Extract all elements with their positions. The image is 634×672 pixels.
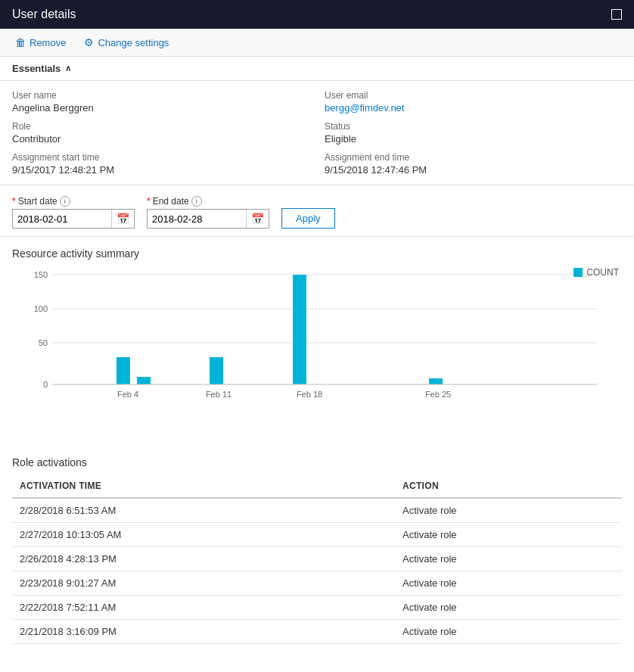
end-date-required: * (147, 196, 151, 207)
svg-text:0: 0 (43, 380, 48, 389)
svg-text:Feb 4: Feb 4 (117, 390, 138, 399)
assign-start-label: Assignment start time (12, 152, 309, 163)
assign-end-label: Assignment end time (325, 152, 622, 163)
table-row: 2/26/2018 4:28:13 PM Activate role (12, 547, 622, 571)
remove-label: Remove (30, 37, 66, 48)
col-activation-time: ACTIVATION TIME (12, 474, 395, 498)
cell-activation-time: 2/27/2018 10:13:05 AM (12, 523, 395, 547)
remove-icon: 🗑 (15, 36, 26, 48)
status-value: Eligible (325, 133, 622, 145)
cell-action: Activate role (395, 547, 622, 571)
cell-activation-time: 2/23/2018 9:01:27 AM (12, 571, 395, 596)
cell-activation-time: 2/28/2018 6:51:53 AM (12, 498, 395, 523)
cell-action: Activate role (395, 498, 622, 523)
bar-feb11 (210, 357, 223, 384)
toolbar: 🗑 Remove ⚙ Change settings (0, 29, 634, 57)
cell-activation-time: 2/21/2018 3:16:09 PM (12, 620, 395, 644)
cell-action: Activate role (395, 523, 622, 547)
essentials-grid: User name Angelina Berggren User email b… (0, 81, 634, 185)
svg-text:100: 100 (34, 304, 48, 313)
svg-text:50: 50 (39, 338, 48, 347)
title-bar: User details (0, 0, 634, 29)
status-field: Status Eligible (325, 121, 622, 145)
role-activations-table: ACTIVATION TIME ACTION 2/28/2018 6:51:53… (12, 474, 622, 644)
table-row: 2/28/2018 6:51:53 AM Activate role (12, 498, 622, 523)
chart-container: COUNT 150 100 50 0 (12, 267, 622, 441)
end-date-field: * End date i 📅 (147, 196, 269, 229)
essentials-label: Essentials (12, 63, 61, 74)
role-value: Contributor (12, 133, 309, 145)
date-filter-row: * Start date i 📅 * End date i 📅 Apply (0, 185, 634, 237)
start-date-info-icon[interactable]: i (60, 196, 70, 207)
svg-text:Feb 11: Feb 11 (206, 390, 232, 399)
apply-button[interactable]: Apply (281, 208, 335, 229)
change-settings-button[interactable]: ⚙ Change settings (81, 35, 172, 50)
end-date-input[interactable] (148, 210, 246, 228)
user-name-label: User name (12, 90, 309, 101)
assign-start-field: Assignment start time 9/15/2017 12:48:21… (12, 152, 309, 176)
chart-title: Resource activity summary (12, 247, 622, 260)
user-name-value: Angelina Berggren (12, 102, 309, 114)
remove-button[interactable]: 🗑 Remove (12, 35, 69, 50)
settings-icon: ⚙ (84, 36, 94, 48)
chart-svg: 150 100 50 0 Feb 4 Feb 11 Feb 18 Feb 25 (12, 267, 622, 426)
start-date-input[interactable] (13, 210, 111, 228)
change-settings-label: Change settings (98, 37, 169, 48)
end-date-calendar-icon[interactable]: 📅 (246, 210, 269, 228)
svg-text:Feb 25: Feb 25 (425, 390, 451, 399)
table-row: 2/22/2018 7:52:11 AM Activate role (12, 596, 622, 620)
svg-text:Feb 18: Feb 18 (297, 390, 322, 399)
role-activations-title: Role activations (12, 456, 622, 468)
cell-action: Activate role (395, 620, 622, 644)
svg-text:150: 150 (34, 270, 48, 279)
role-label: Role (12, 121, 309, 132)
end-date-input-wrap: 📅 (147, 209, 269, 229)
cell-activation-time: 2/22/2018 7:52:11 AM (12, 596, 395, 620)
cell-action: Activate role (395, 596, 622, 620)
start-date-label: Start date (18, 196, 57, 207)
start-date-field: * Start date i 📅 (12, 196, 135, 229)
start-date-calendar-icon[interactable]: 📅 (111, 210, 134, 228)
status-label: Status (325, 121, 622, 132)
legend-color-swatch (573, 268, 583, 277)
end-date-info-icon[interactable]: i (191, 196, 202, 207)
user-email-field: User email bergg@fimdev.net (325, 90, 622, 114)
user-email-label: User email (325, 90, 622, 101)
table-row: 2/21/2018 3:16:09 PM Activate role (12, 620, 622, 644)
bar-feb25 (429, 378, 443, 384)
cell-activation-time: 2/26/2018 4:28:13 PM (12, 547, 395, 571)
start-date-required: * (12, 196, 16, 207)
chart-section: Resource activity summary COUNT 150 100 … (0, 237, 634, 450)
cell-action: Activate role (395, 571, 622, 596)
user-email-value: bergg@fimdev.net (325, 102, 622, 114)
assign-end-field: Assignment end time 9/15/2018 12:47:46 P… (325, 152, 622, 176)
col-action: ACTION (395, 474, 622, 498)
assign-start-value: 9/15/2017 12:48:21 PM (12, 164, 309, 176)
bar-feb18 (293, 275, 306, 384)
start-date-input-wrap: 📅 (12, 209, 135, 229)
assign-end-value: 9/15/2018 12:47:46 PM (325, 164, 622, 176)
legend-label: COUNT (586, 267, 619, 278)
restore-window-icon[interactable] (611, 9, 622, 20)
role-activations-section: Role activations ACTIVATION TIME ACTION … (0, 450, 634, 650)
role-field: Role Contributor (12, 121, 309, 145)
end-date-label: End date (153, 196, 189, 207)
essentials-chevron-icon: ∧ (65, 64, 71, 73)
user-name-field: User name Angelina Berggren (12, 90, 309, 114)
table-row: 2/27/2018 10:13:05 AM Activate role (12, 523, 622, 547)
bar-feb4-1 (117, 357, 130, 384)
bar-feb4-2 (137, 377, 151, 384)
table-row: 2/23/2018 9:01:27 AM Activate role (12, 571, 622, 596)
window-title: User details (12, 8, 76, 21)
essentials-header[interactable]: Essentials ∧ (0, 57, 634, 81)
chart-legend: COUNT (573, 267, 619, 278)
